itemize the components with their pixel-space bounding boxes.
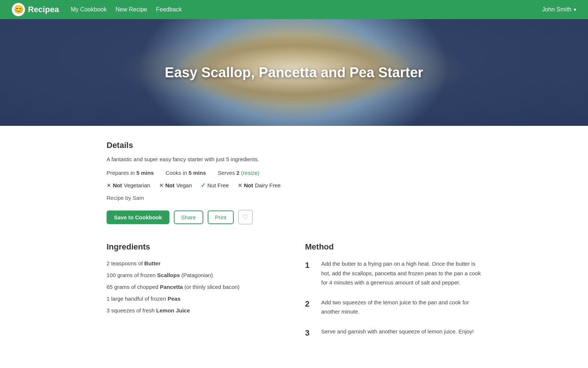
chevron-down-icon (574, 6, 576, 13)
nav-links: My Cookbook New Recipe Feedback (71, 6, 182, 13)
print-button[interactable]: Print (208, 210, 234, 224)
serves-meta: Serves 2 (resize) (218, 170, 259, 176)
dietary-badge-vegan: ✕Not Vegan (159, 182, 192, 189)
details-title: Details (107, 141, 481, 150)
ingredient-item: 3 squeezes of fresh Lemon Juice (107, 306, 283, 315)
step-number: 2 (305, 298, 314, 310)
prepares-meta: Prepares in 5 mins (107, 170, 154, 176)
details-section: Details A fantastic and super easy fancy… (107, 141, 481, 224)
recipe-author: Recipe by Sam (107, 195, 481, 201)
dietary-row: ✕Not Vegetarian✕Not Vegan✓ Nut Free✕Not … (107, 182, 481, 189)
method-step: 2 Add two squeezes of the lemon juice to… (305, 298, 481, 316)
ingredient-item: 100 grams of frozen Scallops (Patagonian… (107, 271, 283, 280)
step-text: Serve and garnish with another squeeze o… (321, 327, 474, 336)
step-number: 3 (305, 327, 314, 339)
navbar: 😊 Recipea My Cookbook New Recipe Feedbac… (0, 0, 588, 19)
hero-banner: Easy Scallop, Pancetta and Pea Starter (0, 19, 588, 126)
ingredient-item: 1 large handful of frozen Peas (107, 294, 283, 303)
step-text: Add the butter to a frying pan on a high… (321, 259, 481, 287)
dietary-badge-vegetarian: ✕Not Vegetarian (107, 182, 150, 189)
favourite-button[interactable]: ♡ (238, 210, 253, 224)
resize-link[interactable]: (resize) (241, 170, 259, 176)
ingredients-title: Ingredients (107, 242, 283, 252)
ingredients-section: Ingredients 2 teaspoons of Butter100 gra… (107, 242, 283, 339)
step-number: 1 (305, 259, 314, 271)
ingredient-item: 2 teaspoons of Butter (107, 259, 283, 268)
share-button[interactable]: Share (174, 210, 203, 224)
method-section: Method 1 Add the butter to a frying pan … (305, 242, 481, 339)
x-icon: ✕ (238, 183, 242, 188)
method-title: Method (305, 242, 481, 252)
step-text: Add two squeezes of the lemon juice to t… (321, 298, 481, 316)
check-icon: ✓ (201, 182, 205, 189)
nav-my-cookbook[interactable]: My Cookbook (71, 6, 107, 13)
action-buttons: Save to Cookbook Share Print ♡ (107, 210, 481, 224)
main-content: Details A fantastic and super easy fancy… (92, 126, 496, 361)
ingredients-list: 2 teaspoons of Butter100 grams of frozen… (107, 259, 283, 315)
dietary-badge-dairy-free: ✕Not Dairy Free (238, 182, 281, 189)
cooks-meta: Cooks in 5 mins (165, 170, 206, 176)
ingredient-item: 65 grams of chopped Pancetta (or thinly … (107, 283, 283, 291)
meta-row: Prepares in 5 mins Cooks in 5 mins Serve… (107, 170, 481, 176)
heart-icon: ♡ (243, 213, 248, 221)
nav-new-recipe[interactable]: New Recipe (115, 6, 147, 13)
dietary-badge-nut-free: ✓ Nut Free (201, 182, 229, 189)
x-icon: ✕ (159, 183, 164, 188)
user-menu[interactable]: John Smith (542, 6, 576, 13)
recipe-description: A fantastic and super easy fancy starter… (107, 156, 481, 162)
method-step: 1 Add the butter to a frying pan on a hi… (305, 259, 481, 287)
logo[interactable]: 😊 Recipea (12, 3, 59, 16)
nav-feedback[interactable]: Feedback (156, 6, 182, 13)
recipe-title: Easy Scallop, Pancetta and Pea Starter (165, 65, 423, 81)
x-icon: ✕ (107, 183, 111, 188)
method-steps: 1 Add the butter to a frying pan on a hi… (305, 259, 481, 339)
recipe-columns: Ingredients 2 teaspoons of Butter100 gra… (107, 242, 481, 339)
method-step: 3 Serve and garnish with another squeeze… (305, 327, 481, 339)
logo-icon: 😊 (12, 3, 25, 16)
save-to-cookbook-button[interactable]: Save to Cookbook (107, 210, 169, 224)
